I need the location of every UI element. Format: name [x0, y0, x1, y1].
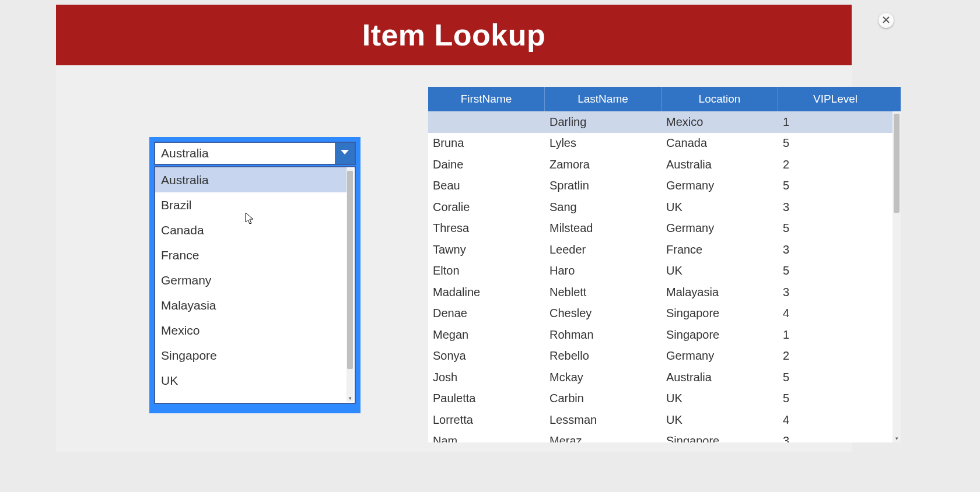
table-cell: 1 — [778, 111, 884, 133]
table-cell: 5 — [778, 261, 884, 282]
dropdown-option[interactable]: UK — [155, 368, 346, 393]
table-cell: UK — [662, 196, 778, 218]
dropdown-option[interactable]: Singapore — [155, 343, 346, 368]
results-table: FirstNameLastNameLocationVIPLevel Darlin… — [428, 87, 901, 442]
table-cell: Beau — [428, 175, 545, 197]
dropdown-option[interactable]: Canada — [155, 217, 346, 243]
dropdown-toggle-button[interactable] — [335, 143, 355, 164]
table-cell: Neblett — [545, 282, 662, 303]
table-cell: Chesley — [545, 303, 662, 325]
scroll-down-icon[interactable]: ▾ — [892, 434, 901, 442]
table-row[interactable]: BeauSpratlinGermany5 — [428, 175, 892, 197]
table-cell: Germany — [662, 346, 778, 367]
dropdown-option[interactable]: Germany — [155, 268, 346, 293]
table-cell: Singapore — [662, 303, 778, 325]
column-header[interactable]: VIPLevel — [778, 87, 892, 111]
table-row[interactable]: BrunaLylesCanada5 — [428, 133, 892, 154]
table-cell: Madaline — [428, 282, 545, 303]
table-cell: Nam — [428, 431, 545, 443]
table-cell: Malayasia — [662, 282, 778, 303]
chevron-down-icon — [340, 147, 349, 159]
table-row[interactable]: JoshMckayAustralia5 — [428, 367, 892, 388]
dropdown-option[interactable]: Australia — [155, 167, 346, 192]
table-cell: Lessman — [545, 409, 662, 431]
table-cell: Spratlin — [545, 175, 662, 197]
table-cell: Carbin — [545, 388, 662, 410]
table-cell: 4 — [778, 303, 884, 325]
table-row[interactable]: LorrettaLessmanUK4 — [428, 409, 892, 431]
table-cell: 5 — [778, 218, 884, 240]
table-cell: Canada — [662, 133, 778, 154]
scrollbar-thumb[interactable] — [347, 171, 353, 369]
table-scrollbar[interactable]: ▾ — [892, 111, 901, 442]
table-row[interactable]: TawnyLeederFrance3 — [428, 239, 892, 261]
dropdown-list: AustraliaBrazilCanadaFranceGermanyMalaya… — [154, 166, 356, 404]
table-cell: Haro — [545, 261, 662, 282]
table-cell: Germany — [662, 175, 778, 197]
table-header-row: FirstNameLastNameLocationVIPLevel — [428, 87, 901, 111]
table-row[interactable]: DaineZamoraAustralia2 — [428, 154, 892, 175]
dropdown-option[interactable]: Mexico — [155, 318, 346, 343]
table-cell: 5 — [778, 367, 884, 388]
table-cell — [428, 111, 545, 133]
scrollbar-thumb[interactable] — [894, 114, 900, 213]
table-cell: Singapore — [662, 431, 778, 443]
column-header[interactable]: Location — [662, 87, 778, 111]
location-dropdown[interactable]: AustraliaBrazilCanadaFranceGermanyMalaya… — [149, 137, 360, 413]
table-cell: Elton — [428, 261, 545, 282]
table-cell: Mexico — [662, 111, 778, 133]
table-cell: 5 — [778, 388, 884, 410]
table-cell: 3 — [778, 196, 884, 218]
table-cell: Pauletta — [428, 388, 545, 410]
dropdown-input-row — [154, 142, 356, 165]
table-cell: France — [662, 239, 778, 261]
table-row[interactable]: SonyaRebelloGermany2 — [428, 346, 892, 367]
table-cell: 5 — [778, 133, 884, 154]
table-cell: 3 — [778, 239, 884, 261]
table-cell: Bruna — [428, 133, 545, 154]
table-cell: UK — [662, 388, 778, 410]
table-cell: Milstead — [545, 218, 662, 240]
dropdown-option[interactable]: France — [155, 243, 346, 268]
dropdown-input[interactable] — [155, 143, 335, 164]
table-cell: UK — [662, 409, 778, 431]
table-cell: 3 — [778, 282, 884, 303]
dropdown-option[interactable]: Brazil — [155, 192, 346, 217]
table-cell: Meraz — [545, 431, 662, 443]
table-row[interactable]: PaulettaCarbinUK5 — [428, 388, 892, 410]
table-row[interactable]: MadalineNeblettMalayasia3 — [428, 282, 892, 303]
table-cell: Australia — [662, 367, 778, 388]
table-row[interactable]: ThresaMilsteadGermany5 — [428, 218, 892, 240]
table-cell: Megan — [428, 324, 545, 346]
table-row[interactable]: MeganRohmanSingapore1 — [428, 324, 892, 346]
header-banner: Item Lookup — [56, 5, 852, 65]
table-cell: 2 — [778, 154, 884, 175]
table-cell: 1 — [778, 324, 884, 346]
page-title: Item Lookup — [362, 17, 546, 52]
table-cell: 3 — [778, 431, 884, 443]
table-row[interactable]: EltonHaroUK5 — [428, 261, 892, 282]
table-cell: Rohman — [545, 324, 662, 346]
close-icon — [883, 15, 890, 26]
table-cell: Thresa — [428, 218, 545, 240]
dropdown-option[interactable]: Malayasia — [155, 293, 346, 318]
table-cell: 2 — [778, 346, 884, 367]
column-header[interactable]: FirstName — [428, 87, 545, 111]
column-header[interactable]: LastName — [545, 87, 662, 111]
table-row[interactable]: DenaeChesleySingapore4 — [428, 303, 892, 325]
table-row[interactable]: DarlingMexico1 — [428, 111, 892, 133]
table-cell: Denae — [428, 303, 545, 325]
dropdown-scrollbar[interactable]: ▾ — [346, 168, 354, 402]
table-cell: Sang — [545, 196, 662, 218]
table-cell: 5 — [778, 175, 884, 197]
table-cell: Zamora — [545, 154, 662, 175]
table-row[interactable]: NamMerazSingapore3 — [428, 431, 892, 443]
table-row[interactable]: CoralieSangUK3 — [428, 196, 892, 218]
table-cell: 4 — [778, 409, 884, 431]
table-cell: Singapore — [662, 324, 778, 346]
table-cell: Lyles — [545, 133, 662, 154]
close-button[interactable] — [878, 13, 894, 28]
table-cell: UK — [662, 261, 778, 282]
scroll-down-icon[interactable]: ▾ — [346, 395, 354, 402]
table-cell: Australia — [662, 154, 778, 175]
